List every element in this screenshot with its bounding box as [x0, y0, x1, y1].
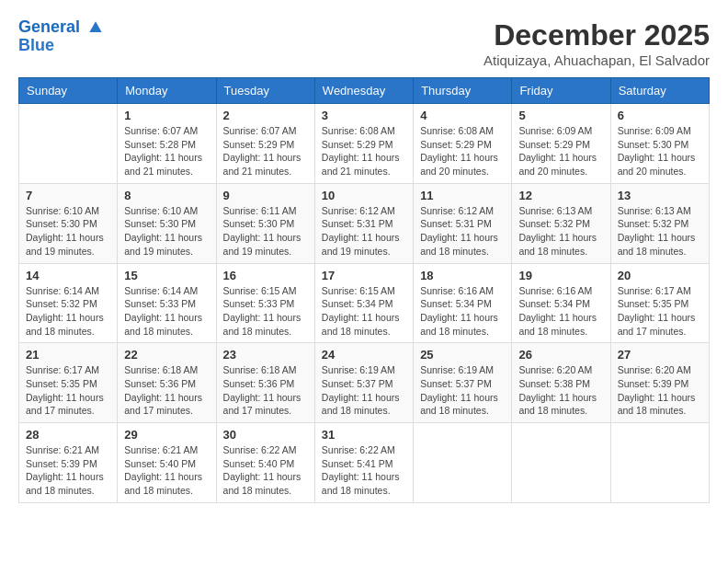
calendar-body: 1Sunrise: 6:07 AMSunset: 5:28 PMDaylight…	[19, 104, 710, 503]
calendar-cell: 18Sunrise: 6:16 AMSunset: 5:34 PMDayligh…	[414, 263, 512, 343]
day-number: 18	[420, 269, 505, 282]
calendar-cell: 31Sunrise: 6:22 AMSunset: 5:41 PMDayligh…	[314, 423, 413, 503]
calendar-cell: 4Sunrise: 6:08 AMSunset: 5:29 PMDaylight…	[414, 104, 512, 184]
day-info: Sunrise: 6:12 AMSunset: 5:31 PMDaylight:…	[322, 204, 406, 259]
day-number: 4	[420, 109, 505, 122]
calendar-week-row: 14Sunrise: 6:14 AMSunset: 5:32 PMDayligh…	[19, 263, 710, 343]
calendar-cell: 11Sunrise: 6:12 AMSunset: 5:31 PMDayligh…	[414, 183, 512, 263]
day-info: Sunrise: 6:15 AMSunset: 5:33 PMDaylight:…	[223, 284, 308, 339]
logo: General Blue	[18, 18, 105, 55]
day-info: Sunrise: 6:19 AMSunset: 5:37 PMDaylight:…	[322, 363, 406, 418]
day-info: Sunrise: 6:07 AMSunset: 5:29 PMDaylight:…	[223, 124, 308, 178]
calendar-cell: 15Sunrise: 6:14 AMSunset: 5:33 PMDayligh…	[118, 263, 216, 343]
day-number: 15	[124, 269, 209, 282]
calendar-cell: 17Sunrise: 6:15 AMSunset: 5:34 PMDayligh…	[314, 263, 413, 343]
calendar-cell: 22Sunrise: 6:18 AMSunset: 5:36 PMDayligh…	[118, 343, 216, 423]
day-number: 1	[124, 109, 209, 122]
calendar-cell: 25Sunrise: 6:19 AMSunset: 5:37 PMDayligh…	[414, 343, 512, 423]
day-info: Sunrise: 6:20 AMSunset: 5:38 PMDaylight:…	[518, 363, 603, 418]
day-info: Sunrise: 6:21 AMSunset: 5:39 PMDaylight:…	[26, 443, 110, 498]
day-info: Sunrise: 6:18 AMSunset: 5:36 PMDaylight:…	[223, 363, 308, 418]
day-number: 20	[618, 269, 702, 282]
calendar-cell: 7Sunrise: 6:10 AMSunset: 5:30 PMDaylight…	[19, 183, 118, 263]
calendar-week-row: 7Sunrise: 6:10 AMSunset: 5:30 PMDaylight…	[19, 183, 710, 263]
calendar-cell: 21Sunrise: 6:17 AMSunset: 5:35 PMDayligh…	[19, 343, 118, 423]
day-number: 16	[223, 269, 308, 282]
day-info: Sunrise: 6:22 AMSunset: 5:40 PMDaylight:…	[223, 443, 308, 498]
calendar-cell: 20Sunrise: 6:17 AMSunset: 5:35 PMDayligh…	[610, 263, 709, 343]
calendar-cell: 28Sunrise: 6:21 AMSunset: 5:39 PMDayligh…	[19, 423, 118, 503]
calendar-cell: 27Sunrise: 6:20 AMSunset: 5:39 PMDayligh…	[610, 343, 709, 423]
weekday-header: Tuesday	[216, 78, 314, 104]
day-number: 23	[223, 348, 308, 362]
day-info: Sunrise: 6:10 AMSunset: 5:30 PMDaylight:…	[26, 204, 110, 259]
calendar-table: SundayMondayTuesdayWednesdayThursdayFrid…	[18, 77, 710, 503]
calendar-cell: 29Sunrise: 6:21 AMSunset: 5:40 PMDayligh…	[118, 423, 216, 503]
location: Atiquizaya, Ahuachapan, El Salvador	[483, 52, 710, 68]
calendar-cell: 6Sunrise: 6:09 AMSunset: 5:30 PMDaylight…	[610, 104, 709, 184]
calendar-cell: 9Sunrise: 6:11 AMSunset: 5:30 PMDaylight…	[216, 183, 314, 263]
day-number: 17	[322, 269, 406, 282]
month-title: December 2025	[483, 18, 710, 52]
day-info: Sunrise: 6:21 AMSunset: 5:40 PMDaylight:…	[124, 443, 209, 498]
day-number: 7	[26, 189, 110, 202]
day-info: Sunrise: 6:09 AMSunset: 5:30 PMDaylight:…	[618, 124, 702, 178]
day-info: Sunrise: 6:13 AMSunset: 5:32 PMDaylight:…	[518, 204, 603, 259]
day-info: Sunrise: 6:12 AMSunset: 5:31 PMDaylight:…	[420, 204, 505, 259]
day-info: Sunrise: 6:08 AMSunset: 5:29 PMDaylight:…	[420, 124, 505, 178]
weekday-header: Friday	[512, 78, 610, 104]
day-info: Sunrise: 6:16 AMSunset: 5:34 PMDaylight:…	[420, 284, 505, 339]
day-info: Sunrise: 6:14 AMSunset: 5:33 PMDaylight:…	[124, 284, 209, 339]
day-info: Sunrise: 6:16 AMSunset: 5:34 PMDaylight:…	[518, 284, 603, 339]
day-number: 11	[420, 189, 505, 202]
day-number: 30	[223, 428, 308, 442]
weekday-header: Saturday	[610, 78, 709, 104]
calendar-cell	[414, 423, 512, 503]
day-number: 19	[518, 269, 603, 282]
day-number: 2	[223, 109, 308, 122]
day-number: 12	[518, 189, 603, 202]
day-number: 13	[618, 189, 702, 202]
day-number: 21	[26, 348, 110, 362]
calendar-cell: 30Sunrise: 6:22 AMSunset: 5:40 PMDayligh…	[216, 423, 314, 503]
calendar-week-row: 21Sunrise: 6:17 AMSunset: 5:35 PMDayligh…	[19, 343, 710, 423]
day-number: 10	[322, 189, 406, 202]
day-number: 3	[322, 109, 406, 122]
day-number: 25	[420, 348, 505, 362]
weekday-header: Wednesday	[314, 78, 413, 104]
day-number: 22	[124, 348, 209, 362]
weekday-header: Monday	[118, 78, 216, 104]
weekday-header: Sunday	[19, 78, 118, 104]
calendar-cell: 10Sunrise: 6:12 AMSunset: 5:31 PMDayligh…	[314, 183, 413, 263]
svg-marker-0	[89, 22, 101, 33]
calendar-cell: 16Sunrise: 6:15 AMSunset: 5:33 PMDayligh…	[216, 263, 314, 343]
calendar-cell	[19, 104, 118, 184]
calendar-cell: 14Sunrise: 6:14 AMSunset: 5:32 PMDayligh…	[19, 263, 118, 343]
day-info: Sunrise: 6:19 AMSunset: 5:37 PMDaylight:…	[420, 363, 505, 418]
day-info: Sunrise: 6:22 AMSunset: 5:41 PMDaylight:…	[322, 443, 406, 498]
day-number: 24	[322, 348, 406, 362]
day-number: 26	[518, 348, 603, 362]
day-number: 28	[26, 428, 110, 442]
day-info: Sunrise: 6:13 AMSunset: 5:32 PMDaylight:…	[618, 204, 702, 259]
calendar-cell: 5Sunrise: 6:09 AMSunset: 5:29 PMDaylight…	[512, 104, 610, 184]
day-number: 27	[618, 348, 702, 362]
calendar-cell: 23Sunrise: 6:18 AMSunset: 5:36 PMDayligh…	[216, 343, 314, 423]
day-info: Sunrise: 6:15 AMSunset: 5:34 PMDaylight:…	[322, 284, 406, 339]
day-info: Sunrise: 6:08 AMSunset: 5:29 PMDaylight:…	[322, 124, 406, 178]
day-info: Sunrise: 6:11 AMSunset: 5:30 PMDaylight:…	[223, 204, 308, 259]
day-info: Sunrise: 6:14 AMSunset: 5:32 PMDaylight:…	[26, 284, 110, 339]
day-info: Sunrise: 6:10 AMSunset: 5:30 PMDaylight:…	[124, 204, 209, 259]
day-info: Sunrise: 6:09 AMSunset: 5:29 PMDaylight:…	[518, 124, 603, 178]
weekday-header-row: SundayMondayTuesdayWednesdayThursdayFrid…	[19, 78, 710, 104]
day-info: Sunrise: 6:18 AMSunset: 5:36 PMDaylight:…	[124, 363, 209, 418]
calendar-cell: 24Sunrise: 6:19 AMSunset: 5:37 PMDayligh…	[314, 343, 413, 423]
calendar-week-row: 28Sunrise: 6:21 AMSunset: 5:39 PMDayligh…	[19, 423, 710, 503]
calendar-cell: 12Sunrise: 6:13 AMSunset: 5:32 PMDayligh…	[512, 183, 610, 263]
calendar-cell: 3Sunrise: 6:08 AMSunset: 5:29 PMDaylight…	[314, 104, 413, 184]
calendar-cell: 2Sunrise: 6:07 AMSunset: 5:29 PMDaylight…	[216, 104, 314, 184]
day-number: 14	[26, 269, 110, 282]
weekday-header: Thursday	[414, 78, 512, 104]
calendar-cell: 13Sunrise: 6:13 AMSunset: 5:32 PMDayligh…	[610, 183, 709, 263]
day-number: 6	[618, 109, 702, 122]
